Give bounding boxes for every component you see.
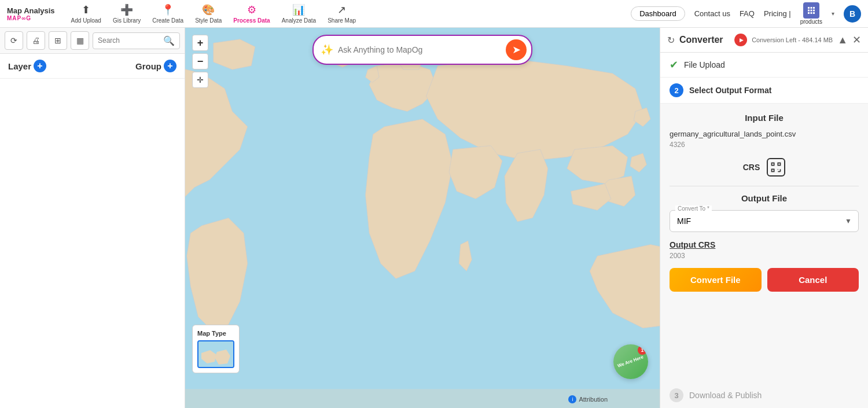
top-navigation: Map Analysis MAP∞G ⬆ Add Upload ➕ Gis Li… <box>0 0 868 28</box>
format-select[interactable]: MIF SHP GeoJSON KML CSV GPX GDB <box>670 210 859 232</box>
nav-add-upload[interactable]: ⬆ Add Upload <box>71 3 101 24</box>
share-icon: ↗ <box>337 3 346 16</box>
analyze-icon: 📊 <box>292 3 305 16</box>
ai-input[interactable] <box>338 45 501 54</box>
format-select-wrapper: Convert To * MIF SHP GeoJSON KML CSV GPX… <box>670 210 859 232</box>
layer-label: Layer <box>8 61 31 71</box>
step1-label: File Upload <box>684 60 725 69</box>
file-count: 4326 <box>670 141 859 149</box>
add-layer-button[interactable]: Layer + <box>8 60 46 72</box>
we-are-here-notification: 1 <box>638 345 647 355</box>
refresh-button[interactable]: ⟳ <box>5 31 23 50</box>
step3-item: 3 Download & Publish <box>660 383 868 408</box>
step2-item: 2 Select Output Format <box>660 78 868 104</box>
converter-panel: ↻ Converter Conversion Left - 484.14 MB … <box>660 28 868 408</box>
converter-refresh-icon[interactable]: ↻ <box>667 35 675 46</box>
nav-style-data[interactable]: 🎨 Style Data <box>195 3 222 24</box>
divider <box>670 186 859 186</box>
group-label: Group <box>135 61 161 71</box>
step2-label: Select Output Format <box>689 86 771 95</box>
layer-add-icon: + <box>34 60 46 72</box>
converter-content: Input File germany_agricultural_lands_po… <box>660 104 868 383</box>
add-group-button[interactable]: Group + <box>135 60 176 72</box>
library-icon: ➕ <box>120 3 133 16</box>
products-chevron: ▾ <box>832 10 834 17</box>
nav-create-data[interactable]: 📍 Create Data <box>152 3 183 24</box>
ai-icon: ✨ <box>321 43 333 56</box>
sidebar-panel: ⟳ 🖨 ⊞ ▦ 🔍 Layer + Group + <box>0 28 185 408</box>
map-background <box>185 28 660 408</box>
products-label: products <box>800 19 822 25</box>
products-icon <box>803 2 819 19</box>
style-icon: 🎨 <box>202 3 215 16</box>
crs-scan-button[interactable] <box>767 158 785 177</box>
main-content: ⟳ 🖨 ⊞ ▦ 🔍 Layer + Group + <box>0 28 868 408</box>
step3-number: 3 <box>670 388 683 402</box>
zoom-in-button[interactable]: + <box>192 35 208 51</box>
create-icon: 📍 <box>161 3 174 16</box>
products-dropdown[interactable]: products <box>800 2 822 25</box>
input-file-title: Input File <box>670 113 859 123</box>
layers-button[interactable]: ⊞ <box>49 31 67 50</box>
process-icon: ⚙ <box>247 3 256 16</box>
crs-row: CRS <box>670 158 859 177</box>
convert-file-button[interactable]: Convert File <box>670 268 762 292</box>
nav-share-map[interactable]: ↗ Share Map <box>328 3 356 24</box>
output-crs-label[interactable]: Output CRS <box>670 240 859 249</box>
map-type-panel: Map Type <box>192 325 240 373</box>
ai-bar: ✨ ➤ <box>312 35 532 65</box>
cancel-button[interactable]: Cancel <box>767 268 859 292</box>
output-crs-value: 2003 <box>670 252 859 260</box>
search-icon: 🔍 <box>163 35 175 46</box>
converter-steps: ✔ File Upload 2 Select Output Format Inp… <box>660 53 868 408</box>
converter-close-button[interactable]: ✕ <box>852 35 861 45</box>
dashboard-button[interactable]: Dashboard <box>631 6 685 21</box>
map-type-label: Map Type <box>197 330 234 337</box>
nav-gis-library[interactable]: ➕ Gis Library <box>113 3 141 24</box>
we-are-here-badge[interactable]: We Are Here 1 <box>613 344 648 379</box>
map-thumbnail[interactable] <box>197 340 234 368</box>
svg-rect-4 <box>772 169 774 171</box>
faq-link[interactable]: FAQ <box>740 9 755 18</box>
user-avatar[interactable]: B <box>844 5 861 23</box>
nav-right: Dashboard Contact us FAQ Pricing | produ… <box>631 2 861 25</box>
brand-logo[interactable]: Map Analysis MAP∞G <box>7 6 55 21</box>
ai-send-button[interactable]: ➤ <box>506 39 527 60</box>
info-icon: i <box>568 395 576 403</box>
search-input[interactable] <box>98 36 160 45</box>
sidebar-toolbar: ⟳ 🖨 ⊞ ▦ 🔍 <box>0 28 185 54</box>
converter-youtube-button[interactable] <box>734 34 747 46</box>
world-map-svg <box>185 28 660 408</box>
file-name: germany_agricultural_lands_point.csv <box>670 130 859 138</box>
converter-title: Converter <box>679 35 730 45</box>
converter-minimize-button[interactable]: ▲ <box>837 35 848 45</box>
search-box: 🔍 <box>93 32 180 49</box>
contact-link[interactable]: Contact us <box>694 9 730 18</box>
nav-process-data[interactable]: ⚙ Process Data <box>233 3 270 24</box>
attribution-row: i Attribution <box>568 395 608 403</box>
action-row: Convert File Cancel <box>670 268 859 292</box>
attribution-label[interactable]: Attribution <box>579 396 608 403</box>
crs-label: CRS <box>743 163 760 172</box>
brand-sub: MAP∞G <box>7 15 31 21</box>
compass-button[interactable]: ✛ <box>192 72 208 88</box>
map-area[interactable]: ✨ ➤ + − ✛ Map Type i Attribution <box>185 28 660 408</box>
upload-icon: ⬆ <box>82 3 90 16</box>
zoom-out-button[interactable]: − <box>192 53 208 69</box>
svg-rect-2 <box>772 163 774 166</box>
file-info: germany_agricultural_lands_point.csv 432… <box>670 130 859 149</box>
step3-label: Download & Publish <box>689 391 762 400</box>
print-button[interactable]: 🖨 <box>27 31 45 50</box>
we-are-here-text: We Are Here <box>617 354 645 369</box>
pricing-link[interactable]: Pricing | <box>764 9 791 18</box>
step1-item: ✔ File Upload <box>660 53 868 78</box>
svg-rect-3 <box>778 163 781 166</box>
convert-to-label: Convert To * <box>675 205 712 212</box>
converter-header: ↻ Converter Conversion Left - 484.14 MB … <box>660 28 868 53</box>
nav-analyze-data[interactable]: 📊 Analyze Data <box>282 3 316 24</box>
brand-title: Map Analysis <box>7 6 55 15</box>
conversion-left-label: Conversion Left - 484.14 MB <box>752 36 833 43</box>
layer-group-header: Layer + Group + <box>0 54 185 79</box>
table-button[interactable]: ▦ <box>71 31 89 50</box>
group-add-icon: + <box>164 60 176 72</box>
